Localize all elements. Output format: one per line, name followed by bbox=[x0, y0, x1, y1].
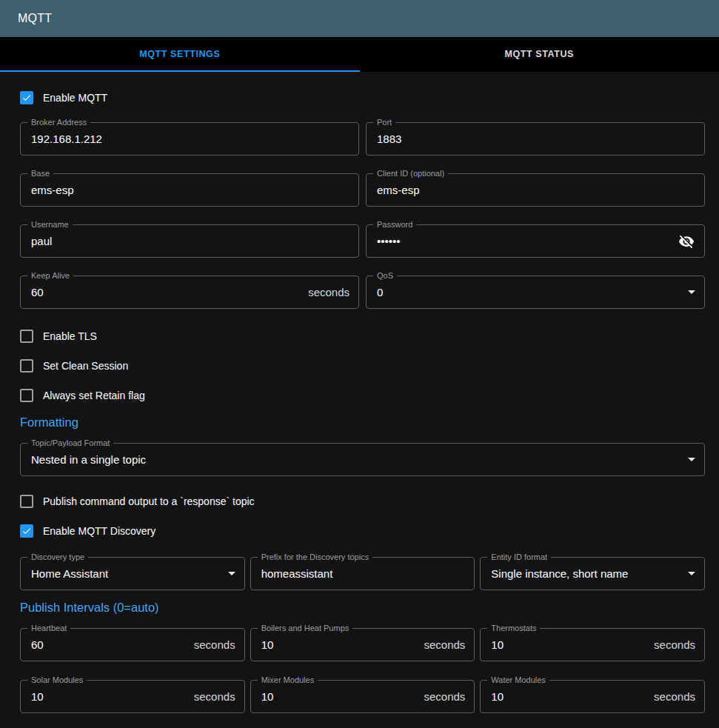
field-label: Password bbox=[373, 220, 416, 230]
unit-suffix: seconds bbox=[424, 690, 465, 703]
checkbox-label: Enable MQTT Discovery bbox=[43, 525, 155, 537]
unit-suffix: seconds bbox=[654, 638, 695, 651]
port-input[interactable] bbox=[375, 133, 695, 145]
chevron-down-icon bbox=[688, 458, 695, 461]
field-label: Prefix for the Discovery topics bbox=[258, 552, 373, 562]
username-input[interactable] bbox=[30, 235, 350, 247]
field-label: Mixer Modules bbox=[258, 675, 318, 685]
qos-select[interactable]: QoS 0 bbox=[366, 275, 705, 309]
checkbox-icon bbox=[20, 524, 33, 538]
heartbeat-input[interactable] bbox=[30, 638, 188, 651]
broker-address-input[interactable] bbox=[30, 133, 350, 145]
keep-alive-field: Keep Alive seconds bbox=[20, 275, 359, 309]
field-label: Water Modules bbox=[487, 675, 549, 685]
chevron-down-icon bbox=[228, 572, 235, 575]
topic-format-select[interactable]: Topic/Payload Format Nested in a single … bbox=[20, 443, 705, 476]
enable-tls-checkbox[interactable]: Enable TLS bbox=[20, 327, 705, 346]
field-label: Keep Alive bbox=[27, 271, 73, 281]
visibility-off-icon[interactable] bbox=[678, 233, 695, 250]
keep-alive-input[interactable] bbox=[30, 286, 302, 298]
retain-flag-checkbox[interactable]: Always set Retain flag bbox=[20, 386, 705, 405]
mixer-interval-input[interactable] bbox=[260, 690, 418, 703]
app-header: MQTT bbox=[0, 0, 719, 37]
select-value: 0 bbox=[375, 286, 682, 298]
broker-address-field: Broker Address bbox=[20, 122, 359, 156]
password-input[interactable] bbox=[375, 235, 672, 247]
settings-form: Enable MQTT Broker Address Port Base Cli… bbox=[0, 72, 719, 728]
field-label: Broker Address bbox=[27, 118, 90, 127]
solar-interval-field: Solar Modules seconds bbox=[20, 680, 245, 713]
unit-suffix: seconds bbox=[424, 638, 465, 651]
solar-interval-input[interactable] bbox=[30, 690, 188, 703]
field-label: Solar Modules bbox=[27, 675, 87, 685]
clean-session-checkbox[interactable]: Set Clean Session bbox=[20, 356, 705, 375]
entity-id-format-select[interactable]: Entity ID format Single instance, short … bbox=[480, 557, 705, 590]
tab-mqtt-settings[interactable]: MQTT SETTINGS bbox=[0, 37, 360, 72]
client-id-field: Client ID (optional) bbox=[366, 173, 705, 207]
field-label: Discovery type bbox=[27, 552, 88, 562]
discovery-type-select[interactable]: Discovery type Home Assistant bbox=[20, 557, 245, 590]
tab-bar: MQTT SETTINGS MQTT STATUS bbox=[0, 37, 719, 72]
discovery-prefix-input[interactable] bbox=[260, 567, 466, 580]
enable-mqtt-checkbox[interactable]: Enable MQTT bbox=[20, 88, 705, 107]
page-title: MQTT bbox=[18, 12, 52, 25]
username-field: Username bbox=[20, 224, 359, 258]
enable-discovery-checkbox[interactable]: Enable MQTT Discovery bbox=[20, 521, 705, 541]
checkbox-label: Enable TLS bbox=[43, 330, 97, 342]
client-id-input[interactable] bbox=[375, 184, 695, 196]
checkbox-label: Always set Retain flag bbox=[43, 390, 145, 401]
field-label: Thermostats bbox=[487, 624, 540, 633]
checkbox-icon bbox=[20, 495, 33, 508]
base-input[interactable] bbox=[30, 184, 350, 196]
field-label: Topic/Payload Format bbox=[27, 438, 113, 448]
field-label: Base bbox=[27, 169, 53, 178]
water-interval-input[interactable] bbox=[489, 690, 648, 703]
publish-response-checkbox[interactable]: Publish command output to a `response` t… bbox=[20, 492, 705, 511]
boilers-interval-field: Boilers and Heat Pumps seconds bbox=[250, 628, 475, 661]
chevron-down-icon bbox=[688, 572, 695, 575]
select-value: Single instance, short name bbox=[489, 567, 682, 580]
checkbox-label: Set Clean Session bbox=[43, 360, 128, 372]
field-label: QoS bbox=[373, 271, 397, 281]
select-value: Nested in a single topic bbox=[30, 453, 682, 466]
checkbox-icon bbox=[20, 389, 33, 402]
tab-label: MQTT STATUS bbox=[504, 49, 574, 59]
formatting-section-heading: Formatting bbox=[20, 415, 705, 430]
discovery-prefix-field: Prefix for the Discovery topics bbox=[250, 557, 475, 590]
unit-suffix: seconds bbox=[654, 690, 695, 703]
checkbox-label: Publish command output to a `response` t… bbox=[43, 495, 255, 507]
checkbox-icon bbox=[20, 330, 33, 343]
port-field: Port bbox=[366, 122, 705, 156]
password-field: Password bbox=[366, 224, 705, 258]
field-label: Client ID (optional) bbox=[373, 169, 448, 178]
field-label: Port bbox=[373, 118, 395, 127]
boilers-interval-input[interactable] bbox=[260, 638, 418, 651]
unit-suffix: seconds bbox=[194, 638, 235, 651]
checkbox-icon bbox=[20, 91, 33, 104]
field-label: Username bbox=[27, 220, 73, 230]
thermostats-interval-field: Thermostats seconds bbox=[480, 628, 705, 661]
base-field: Base bbox=[20, 173, 359, 207]
publish-intervals-heading: Publish Intervals (0=auto) bbox=[20, 601, 705, 615]
tab-label: MQTT SETTINGS bbox=[139, 49, 220, 59]
select-value: Home Assistant bbox=[30, 567, 222, 580]
field-label: Heartbeat bbox=[27, 624, 70, 633]
unit-suffix: seconds bbox=[194, 690, 235, 703]
checkbox-label: Enable MQTT bbox=[43, 92, 107, 104]
water-interval-field: Water Modules seconds bbox=[480, 680, 705, 713]
unit-suffix: seconds bbox=[308, 286, 350, 298]
mixer-interval-field: Mixer Modules seconds bbox=[250, 680, 475, 713]
field-label: Entity ID format bbox=[487, 552, 551, 562]
field-label: Boilers and Heat Pumps bbox=[258, 624, 353, 633]
heartbeat-field: Heartbeat seconds bbox=[20, 628, 245, 661]
chevron-down-icon bbox=[688, 290, 695, 294]
tab-mqtt-status[interactable]: MQTT STATUS bbox=[360, 37, 719, 72]
thermostats-interval-input[interactable] bbox=[489, 638, 648, 651]
checkbox-icon bbox=[20, 359, 33, 373]
